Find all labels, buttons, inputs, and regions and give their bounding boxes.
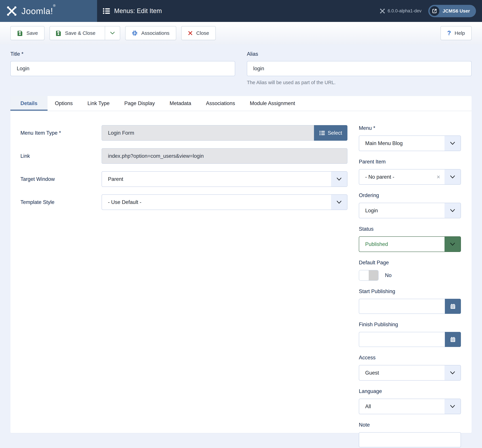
status-value: Published (359, 241, 444, 247)
question-icon: ? (447, 30, 451, 37)
template-style-select[interactable]: - Use Default - (102, 194, 347, 210)
start-publishing-input[interactable] (359, 299, 445, 314)
save-button[interactable]: Save (10, 26, 45, 40)
tab-associations[interactable]: Associations (199, 96, 242, 111)
ordering-value: Login (359, 208, 444, 214)
template-style-row: Template Style - Use Default - (20, 194, 347, 210)
tab-link-type[interactable]: Link Type (80, 96, 117, 111)
chevron-down-icon (444, 237, 461, 252)
close-icon (188, 31, 193, 35)
user-menu-button[interactable]: JCMS6 User (428, 5, 476, 17)
joomla-version-icon (380, 8, 385, 14)
title-input[interactable] (10, 61, 235, 76)
access-group: Access Guest (359, 355, 461, 381)
link-row: Link index.php?option=com_users&view=log… (20, 148, 347, 164)
list-icon (103, 8, 110, 14)
note-input[interactable] (359, 432, 461, 447)
template-style-label: Template Style (20, 199, 102, 205)
note-label: Note (359, 422, 461, 428)
tab-module-assignment[interactable]: Module Assignment (242, 96, 303, 111)
menu-item-type-value: Login Form (102, 125, 314, 141)
select-menu-item-type-button[interactable]: Select (314, 125, 347, 141)
help-label: Help (455, 30, 465, 36)
tab-metadata[interactable]: Metadata (162, 96, 199, 111)
chevron-down-icon (444, 169, 461, 184)
alias-label: Alias (247, 51, 472, 57)
language-select[interactable]: All (359, 399, 461, 414)
associations-button[interactable]: Associations (125, 26, 176, 40)
menu-label: Menu * (359, 125, 461, 131)
close-label: Close (196, 30, 209, 36)
default-page-group: Default Page No (359, 260, 461, 281)
template-style-value: - Use Default - (102, 199, 331, 205)
status-group: Status Published (359, 226, 461, 252)
clear-icon[interactable]: × (437, 173, 444, 181)
close-button[interactable]: Close (181, 26, 216, 40)
parent-item-value: - No parent - (359, 174, 437, 180)
compress-icon (132, 30, 137, 36)
calendar-icon (450, 303, 456, 309)
menu-item-type-label: Menu Item Type * (20, 130, 102, 136)
chevron-down-icon (331, 172, 347, 187)
finish-publishing-label: Finish Publishing (359, 322, 461, 328)
start-publishing-calendar-button[interactable] (445, 299, 461, 314)
start-publishing-group: Start Publishing (359, 288, 461, 314)
save-label: Save (26, 30, 38, 36)
start-publishing-label: Start Publishing (359, 288, 461, 294)
registered-mark: ® (53, 4, 56, 7)
calendar-icon (450, 336, 456, 342)
target-window-select[interactable]: Parent (102, 171, 347, 187)
menu-select[interactable]: Main Menu Blog (359, 135, 461, 151)
toggle-track (369, 270, 378, 280)
chevron-down-icon (444, 365, 461, 380)
help-button[interactable]: ? Help (441, 26, 472, 40)
note-group: Note (359, 422, 461, 447)
joomla-logo: Joomla!® (0, 0, 97, 22)
default-page-toggle[interactable] (359, 270, 378, 281)
access-value: Guest (359, 370, 444, 376)
tab-bar: Details Options Link Type Page Display M… (10, 96, 472, 111)
access-select[interactable]: Guest (359, 365, 461, 381)
list-icon (319, 131, 325, 135)
page-title: Menus: Edit Item (114, 7, 162, 15)
chevron-down-icon (444, 136, 461, 151)
link-label: Link (20, 153, 102, 159)
save-close-split-button: Save & Close (49, 26, 120, 40)
save-close-button[interactable]: Save & Close (50, 26, 101, 40)
menu-item-type-row: Menu Item Type * Login Form Select (20, 125, 347, 141)
external-link-icon (430, 6, 439, 16)
title-label: Title * (10, 51, 235, 57)
parent-item-label: Parent Item (359, 159, 461, 165)
version-info: 6.0.0-alpha1-dev (380, 8, 422, 14)
chevron-down-icon (110, 31, 115, 35)
save-options-dropdown-toggle[interactable] (105, 26, 120, 40)
parent-item-select[interactable]: - No parent - × (359, 169, 461, 185)
select-button-label: Select (328, 130, 342, 136)
access-label: Access (359, 355, 461, 361)
finish-publishing-calendar-button[interactable] (445, 332, 461, 347)
language-value: All (359, 403, 444, 409)
status-select[interactable]: Published (359, 236, 461, 252)
alias-help-text: The Alias will be used as part of the UR… (247, 80, 472, 85)
target-window-label: Target Window (20, 176, 102, 182)
save-close-label: Save & Close (65, 30, 95, 36)
details-panel: Menu Item Type * Login Form Select (10, 111, 472, 448)
finish-publishing-input[interactable] (359, 332, 445, 347)
ordering-group: Ordering Login (359, 192, 461, 218)
tab-options[interactable]: Options (48, 96, 80, 111)
parent-item-group: Parent Item - No parent - × (359, 159, 461, 185)
alias-input[interactable] (247, 61, 472, 76)
ordering-select[interactable]: Login (359, 203, 461, 218)
title-bar: Menus: Edit Item 6.0.0-a (97, 0, 482, 22)
tab-page-display[interactable]: Page Display (117, 96, 162, 111)
save-icon (17, 30, 23, 36)
save-icon (56, 30, 61, 36)
language-label: Language (359, 388, 461, 394)
tab-details[interactable]: Details (10, 96, 48, 111)
user-name: JCMS6 User (443, 8, 470, 14)
details-right-column: Menu * Main Menu Blog Parent Item - No p… (359, 125, 461, 448)
default-page-label: Default Page (359, 260, 461, 266)
menu-group: Menu * Main Menu Blog (359, 125, 461, 151)
link-value: index.php?option=com_users&view=login (102, 148, 347, 164)
chevron-down-icon (444, 203, 461, 218)
